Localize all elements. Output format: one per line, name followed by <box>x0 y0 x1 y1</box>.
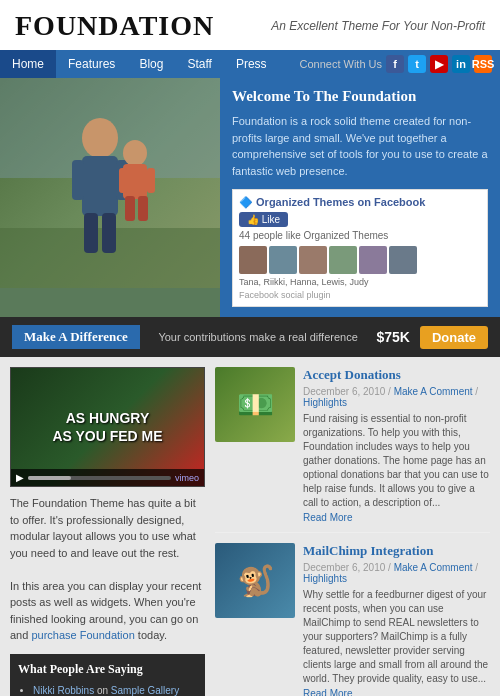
nav-press[interactable]: Press <box>224 50 279 78</box>
post-title: MailChimp Integration <box>303 543 490 559</box>
connect-section: Connect With Us f t ▶ in RSS <box>299 55 500 73</box>
svg-point-9 <box>123 140 147 166</box>
post-thumbnail: 💵 <box>215 367 295 442</box>
fb-org-name: 🔷 Organized Themes on Facebook <box>239 196 481 209</box>
progress-fill <box>28 476 71 480</box>
post-comment-link[interactable]: Make A Comment <box>394 386 473 397</box>
svg-rect-8 <box>102 213 116 253</box>
fb-avatar <box>329 246 357 274</box>
vimeo-logo: vimeo <box>175 473 199 483</box>
welcome-title: Welcome To The Foundation <box>232 88 488 105</box>
svg-rect-13 <box>125 196 135 221</box>
post-item: 💵 Accept Donations December 6, 2010 / Ma… <box>215 367 490 533</box>
fb-avatar <box>269 246 297 274</box>
post-item: 🐒 MailChimp Integration December 6, 2010… <box>215 543 490 696</box>
post-content: Accept Donations December 6, 2010 / Make… <box>303 367 490 524</box>
video-text: AS HUNGRYAS YOU FED ME <box>52 409 162 445</box>
nav-blog[interactable]: Blog <box>127 50 175 78</box>
donate-button[interactable]: Donate <box>420 326 488 349</box>
connect-label: Connect With Us <box>299 58 382 70</box>
site-tagline: An Excellent Theme For Your Non-Profit <box>271 19 485 33</box>
site-title: Foundation <box>15 10 214 42</box>
fb-avatar <box>299 246 327 274</box>
post-thumb-icon: 💵 <box>237 387 274 422</box>
fb-like-button[interactable]: 👍 Like <box>239 212 288 227</box>
svg-rect-11 <box>119 168 127 193</box>
nav-staff[interactable]: Staff <box>175 50 223 78</box>
twitter-icon[interactable]: t <box>408 55 426 73</box>
hero-placeholder <box>0 78 220 288</box>
top-section: Welcome To The Foundation Foundation is … <box>0 78 500 317</box>
foundation-description: The Foundation Theme has quite a bit to … <box>10 495 205 644</box>
main-nav: Home Features Blog Staff Press Connect W… <box>0 50 500 78</box>
fb-like-count: 44 people like Organized Themes <box>239 230 481 241</box>
video-box: AS HUNGRYAS YOU FED ME ▶ vimeo <box>10 367 205 487</box>
nav-links: Home Features Blog Staff Press <box>0 50 279 78</box>
play-button[interactable]: ▶ <box>16 472 24 483</box>
testimonials-section: What People Are Saying Nikki Robbins on … <box>10 654 205 697</box>
testimonial-author-link[interactable]: Nikki Robbins <box>33 685 94 696</box>
post-title-link[interactable]: MailChimp Integration <box>303 543 433 558</box>
foundation-para2: In this area you can display your recent… <box>10 578 205 644</box>
post-body: Why settle for a feedburner digest of yo… <box>303 588 490 686</box>
post-title-link[interactable]: Accept Donations <box>303 367 401 382</box>
donation-bar: Make A Difference Your contributions mak… <box>0 317 500 357</box>
mid-section: AS HUNGRYAS YOU FED ME ▶ vimeo The Found… <box>0 357 500 696</box>
post-meta: December 6, 2010 / Make A Comment / High… <box>303 562 490 584</box>
fb-avatars <box>239 246 481 274</box>
post-read-more[interactable]: Read More <box>303 512 352 523</box>
fb-avatar <box>239 246 267 274</box>
list-item: Nikki Robbins on Sample Gallery Post <box>33 683 197 697</box>
welcome-panel: Welcome To The Foundation Foundation is … <box>220 78 500 317</box>
foundation-para1: The Foundation Theme has quite a bit to … <box>10 495 205 561</box>
nav-home[interactable]: Home <box>0 50 56 78</box>
fb-avatar <box>359 246 387 274</box>
donation-tagline: Your contributions make a real differenc… <box>150 331 367 343</box>
facebook-box: 🔷 Organized Themes on Facebook 👍 Like 44… <box>232 189 488 307</box>
rss-icon[interactable]: RSS <box>474 55 492 73</box>
site-header: Foundation An Excellent Theme For Your N… <box>0 0 500 50</box>
testimonials-list: Nikki Robbins on Sample Gallery Post Bil… <box>18 683 197 697</box>
make-difference-label: Make A Difference <box>12 325 140 349</box>
hero-image <box>0 78 220 317</box>
post-thumbnail: 🐒 <box>215 543 295 618</box>
svg-rect-7 <box>84 213 98 253</box>
post-read-more[interactable]: Read More <box>303 688 352 696</box>
post-comment-link[interactable]: Make A Comment <box>394 562 473 573</box>
svg-rect-12 <box>147 168 155 193</box>
fb-names: Tana, Riikki, Hanna, Lewis, Judy <box>239 277 481 287</box>
svg-point-3 <box>82 118 118 158</box>
hero-svg <box>0 78 220 288</box>
progress-bar <box>28 476 171 480</box>
svg-rect-4 <box>82 156 118 216</box>
svg-rect-14 <box>138 196 148 221</box>
post-highlights-link[interactable]: Highlights <box>303 573 347 584</box>
post-body: Fund raising is essential to non-profit … <box>303 412 490 510</box>
fb-plugin-label: Facebook social plugin <box>239 290 481 300</box>
video-controls: ▶ vimeo <box>11 469 204 486</box>
purchase-link[interactable]: purchase Foundation <box>31 629 134 641</box>
post-thumb-icon: 🐒 <box>237 563 274 598</box>
welcome-body: Foundation is a rock solid theme created… <box>232 113 488 179</box>
post-highlights-link[interactable]: Highlights <box>303 397 347 408</box>
fb-org: 🔷 Organized Themes <box>239 196 354 208</box>
post-content: MailChimp Integration December 6, 2010 /… <box>303 543 490 696</box>
left-column: AS HUNGRYAS YOU FED ME ▶ vimeo The Found… <box>10 367 205 696</box>
svg-rect-5 <box>72 160 84 200</box>
post-meta: December 6, 2010 / Make A Comment / High… <box>303 386 490 408</box>
donation-amount: $75K <box>376 329 409 345</box>
facebook-icon[interactable]: f <box>386 55 404 73</box>
nav-features[interactable]: Features <box>56 50 127 78</box>
fb-avatar <box>389 246 417 274</box>
youtube-icon[interactable]: ▶ <box>430 55 448 73</box>
right-column: 💵 Accept Donations December 6, 2010 / Ma… <box>215 367 490 696</box>
linkedin-icon[interactable]: in <box>452 55 470 73</box>
post-title: Accept Donations <box>303 367 490 383</box>
testimonials-title: What People Are Saying <box>18 662 197 677</box>
